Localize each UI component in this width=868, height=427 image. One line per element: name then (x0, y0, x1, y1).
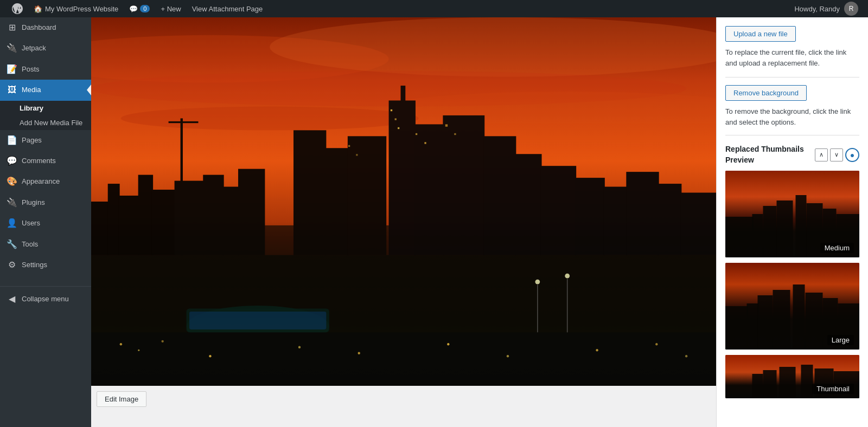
user-greeting[interactable]: Howdy, Randy R (794, 2, 858, 16)
svg-rect-14 (169, 121, 199, 123)
thumbnail-medium: Medium (725, 171, 859, 257)
svg-rect-10 (118, 196, 139, 255)
svg-rect-33 (680, 193, 716, 255)
thumbnails-collapse-down[interactable]: ∨ (830, 148, 843, 161)
remove-background-section: Remove background To remove the backgrou… (725, 85, 859, 127)
svg-point-51 (298, 346, 301, 348)
svg-rect-28 (540, 166, 576, 255)
svg-rect-76 (806, 293, 823, 350)
edit-image-button[interactable]: Edit Image (97, 391, 146, 407)
wp-logo[interactable] (7, 3, 28, 14)
sidebar-item-tools[interactable]: 🔧 Tools (0, 234, 91, 255)
svg-rect-9 (108, 184, 120, 255)
thumbnails-collapse-up[interactable]: ∧ (815, 148, 828, 161)
sidebar-item-settings[interactable]: ⚙ Settings (0, 255, 91, 275)
tools-icon: 🔧 (7, 238, 17, 250)
thumbnail-large: Large (725, 263, 859, 350)
admin-bar-right: Howdy, Randy R (794, 2, 861, 16)
jetpack-icon: 🔌 (7, 42, 17, 54)
svg-rect-16 (203, 175, 224, 255)
sidebar-item-label: Media (22, 85, 41, 95)
pages-icon: 📄 (7, 134, 17, 146)
svg-rect-84 (801, 365, 813, 398)
thumbnail-large-label: Large (827, 335, 854, 345)
remove-background-button[interactable]: Remove background (725, 85, 807, 101)
svg-rect-74 (773, 290, 790, 350)
media-submenu: Library Add New Media File (0, 101, 91, 130)
sidebar-item-plugins[interactable]: 🔌 Plugins (0, 192, 91, 213)
appearance-icon: 🎨 (7, 176, 17, 187)
sidebar-item-label: Users (22, 218, 40, 228)
upload-description: To replace the current file, click the l… (725, 47, 859, 68)
svg-point-56 (655, 343, 658, 345)
main-layout: ⊞ Dashboard 🔌 Jetpack 📝 Posts 🖼 Media Li… (0, 17, 868, 427)
plugins-icon: 🔌 (7, 197, 17, 209)
svg-rect-38 (424, 142, 426, 144)
svg-rect-17 (222, 187, 239, 255)
sidebar-item-dashboard[interactable]: ⊞ Dashboard (0, 17, 91, 38)
svg-rect-83 (780, 367, 796, 398)
svg-rect-23 (401, 86, 406, 103)
thumbnail-medium-label: Medium (820, 243, 854, 253)
divider-2 (725, 135, 859, 135)
svg-rect-15 (175, 181, 205, 255)
view-attachment-label: View Attachment Page (192, 5, 263, 13)
sidebar-item-posts[interactable]: 📝 Posts (0, 59, 91, 80)
admin-bar-view-attachment[interactable]: View Attachment Page (187, 0, 269, 17)
svg-rect-12 (152, 190, 176, 255)
add-new-label: Add New Media File (20, 119, 82, 127)
svg-point-61 (565, 274, 570, 279)
svg-point-52 (358, 352, 360, 354)
svg-rect-64 (763, 206, 777, 257)
svg-point-47 (120, 343, 122, 345)
attachment-image (91, 17, 716, 386)
sidebar-item-appearance[interactable]: 🎨 Appearance (0, 171, 91, 192)
admin-bar-new[interactable]: + New (155, 0, 186, 17)
sidebar-sub-item-add-new[interactable]: Add New Media File (0, 115, 91, 130)
admin-bar-comments[interactable]: 💬 0 (124, 0, 155, 17)
svg-rect-70 (725, 217, 754, 257)
sidebar-sub-item-library[interactable]: Library (0, 101, 91, 115)
settings-icon: ⚙ (7, 259, 17, 271)
svg-rect-36 (398, 127, 399, 129)
svg-rect-45 (189, 312, 326, 329)
dashboard-icon: ⊞ (7, 22, 17, 34)
svg-rect-34 (391, 109, 392, 111)
sidebar-item-users[interactable]: 👤 Users (0, 213, 91, 234)
svg-rect-22 (389, 100, 416, 255)
howdy-text: Howdy, Randy (794, 5, 840, 13)
svg-point-48 (138, 350, 139, 351)
svg-rect-41 (348, 145, 350, 147)
sidebar-collapse-menu[interactable]: ◀ Collapse menu (0, 286, 91, 309)
thumbnails-controls: ∧ ∨ ● (815, 148, 859, 162)
thumbnails-action-circle[interactable]: ● (845, 148, 859, 162)
svg-rect-72 (747, 303, 759, 350)
svg-rect-26 (483, 136, 516, 255)
svg-rect-8 (91, 202, 109, 255)
new-label: + New (161, 5, 181, 13)
sidebar-item-media[interactable]: 🖼 Media (0, 80, 91, 100)
sidebar-item-label: Appearance (22, 177, 60, 186)
svg-rect-63 (752, 214, 763, 257)
comment-count: 0 (140, 5, 150, 12)
svg-rect-37 (416, 133, 417, 135)
avatar: R (844, 2, 858, 16)
svg-rect-29 (575, 178, 605, 255)
sidebar-item-jetpack[interactable]: 🔌 Jetpack (0, 38, 91, 59)
sidebar-item-comments[interactable]: 💬 Comments (0, 151, 91, 171)
svg-rect-20 (325, 148, 349, 255)
svg-point-57 (685, 355, 687, 357)
upload-new-file-button[interactable]: Upload a new file (725, 26, 796, 42)
sidebar-item-label: Comments (22, 156, 56, 166)
sidebar-item-label: Plugins (22, 198, 45, 208)
posts-icon: 📝 (7, 63, 17, 75)
svg-rect-79 (725, 306, 748, 350)
sidebar-item-pages[interactable]: 📄 Pages (0, 130, 91, 151)
svg-rect-32 (658, 184, 681, 255)
svg-rect-31 (626, 172, 659, 255)
svg-rect-39 (445, 124, 448, 126)
admin-bar-site[interactable]: 🏠 My WordPress Website (28, 0, 124, 17)
svg-rect-65 (777, 200, 793, 257)
media-icon: 🖼 (7, 84, 17, 96)
svg-rect-46 (91, 332, 716, 386)
